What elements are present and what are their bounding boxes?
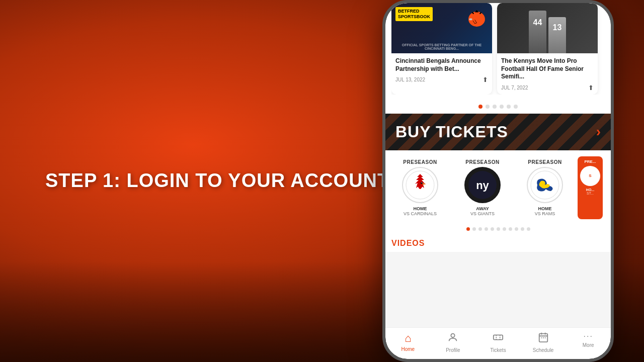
- giants-logo: ny: [467, 170, 498, 200]
- game-4-season: PRE...: [584, 159, 596, 164]
- game-2-opponent: VS GIANTS: [470, 211, 495, 216]
- nav-profile[interactable]: Profile: [431, 332, 476, 353]
- news-card-1[interactable]: BETFREDSPORTSBOOK OFFICIAL SPORTS BETTI: [391, 3, 492, 95]
- gdot-3: [478, 227, 482, 231]
- news-cards-row: BETFREDSPORTSBOOK OFFICIAL SPORTS BETTI: [391, 3, 605, 95]
- giants-logo-circle: ny: [464, 167, 501, 203]
- schedule-icon: [538, 332, 549, 346]
- phone-screen: BETFREDSPORTSBOOK OFFICIAL SPORTS BETTI: [385, 3, 611, 359]
- gdot-7: [503, 227, 506, 231]
- left-panel: STEP 1: LOGIN TO YOUR ACCOUNT: [45, 169, 389, 193]
- gdot-9: [515, 227, 518, 231]
- game-4-opponent: ST...: [587, 192, 594, 195]
- phone-device: BETFREDSPORTSBOOK OFFICIAL SPORTS BETTI: [382, 0, 614, 362]
- svg-point-4: [418, 180, 423, 188]
- gdot-6: [497, 227, 500, 231]
- nav-home[interactable]: ⌂ Home: [385, 332, 431, 353]
- tickets-icon: [493, 332, 504, 346]
- news-card-1-body: Cincinnati Bengals Announce Partnership …: [391, 53, 492, 86]
- nav-home-label: Home: [401, 346, 415, 352]
- dot-3: [493, 105, 497, 109]
- nav-tickets-label: Tickets: [490, 347, 506, 353]
- news-card-2-body: The Kennys Move Into Pro Football Hall O…: [497, 53, 598, 95]
- dot-1: [478, 105, 482, 109]
- betfred-logo: BETFREDSPORTSBOOK: [395, 7, 433, 21]
- buy-tickets-banner[interactable]: BUY TICKETS ›: [385, 114, 611, 150]
- game-4-logo: S: [580, 166, 600, 186]
- player-left: 44: [529, 11, 546, 53]
- news-dots: [385, 100, 611, 114]
- arrow-annotation: [382, 223, 431, 289]
- more-icon: ···: [584, 332, 593, 341]
- game-3-type: HOME: [538, 206, 552, 211]
- bottom-nav: ⌂ Home Profile: [385, 327, 611, 359]
- svg-rect-11: [494, 335, 503, 339]
- news-card-2-date: JUL 7, 2022: [501, 85, 528, 90]
- dot-5: [507, 105, 511, 109]
- svg-text:ny: ny: [476, 179, 489, 192]
- phone-wrapper: BETFREDSPORTSBOOK OFFICIAL SPORTS BETTI: [372, 0, 624, 362]
- dot-6: [514, 105, 518, 109]
- game-3-opponent: VS RAMS: [535, 211, 555, 216]
- gdot-10: [521, 227, 524, 231]
- nav-schedule[interactable]: Schedule: [521, 332, 566, 353]
- dot-2: [486, 105, 490, 109]
- nav-schedule-label: Schedule: [533, 347, 554, 353]
- rams-logo: [530, 170, 560, 200]
- rams-logo-circle: [527, 167, 563, 203]
- player-right: 13: [548, 17, 566, 53]
- game-card-cardinals[interactable]: PRESEASON: [390, 156, 450, 219]
- arrow-svg: [382, 223, 431, 289]
- game-2-type: AWAY: [476, 206, 489, 211]
- game-1-type: HOME: [414, 206, 427, 211]
- game-1-opponent: VS CARDINALS: [404, 211, 437, 216]
- games-section: PRESEASON: [385, 150, 611, 223]
- game-2-season: PRESEASON: [465, 159, 499, 165]
- nav-profile-label: Profile: [446, 347, 460, 353]
- game-3-season: PRESEASON: [528, 159, 561, 165]
- news-card-2-image: 44 13: [497, 3, 598, 53]
- banner-arrow: ›: [596, 124, 601, 140]
- news-card-1-image: BETFREDSPORTSBOOK OFFICIAL SPORTS BETTI: [391, 3, 492, 53]
- game-card-giants[interactable]: PRESEASON ny AWAY VS GIANTS: [453, 156, 512, 219]
- betfred-subtitle: OFFICIAL SPORTS BETTING PARTNER OF THE C…: [395, 43, 488, 50]
- gdot-11: [527, 227, 530, 231]
- profile-icon: [447, 332, 458, 346]
- news-card-1-date: JUL 13, 2022: [395, 77, 425, 82]
- game-card-rams[interactable]: PRESEASON HOME VS RAMS: [515, 156, 575, 219]
- buy-tickets-label: BUY TICKETS: [395, 123, 508, 141]
- share-icon-2[interactable]: ⬆: [588, 84, 594, 92]
- gdot-5: [491, 227, 494, 231]
- game-1-season: PRESEASON: [403, 159, 437, 165]
- gdot-2: [472, 227, 476, 231]
- gdot-8: [509, 227, 512, 231]
- svg-point-10: [451, 334, 455, 337]
- svg-point-6: [422, 182, 423, 183]
- home-icon: ⌂: [405, 332, 411, 345]
- dot-4: [500, 105, 504, 109]
- news-card-2-title: The Kennys Move Into Pro Football Hall O…: [501, 57, 594, 81]
- news-card-1-title: Cincinnati Bengals Announce Partnership …: [395, 57, 488, 73]
- cardinals-logo: [405, 170, 435, 200]
- game-4-type: HO...: [586, 188, 594, 192]
- nav-more[interactable]: ··· More: [566, 332, 611, 353]
- bengals-helmet: [465, 7, 488, 30]
- news-card-2-meta: JUL 7, 2022 ⬆: [501, 84, 594, 92]
- gdot-1: [466, 227, 470, 231]
- gdot-4: [485, 227, 488, 231]
- game-card-partial: PRE... S HO... ST...: [578, 156, 603, 219]
- nav-tickets[interactable]: Tickets: [475, 332, 521, 353]
- news-card-1-meta: JUL 13, 2022 ⬆: [395, 76, 488, 83]
- share-icon-1[interactable]: ⬆: [482, 76, 488, 83]
- players-image: 44 13: [529, 3, 566, 53]
- cardinals-logo-circle: [402, 167, 438, 203]
- nav-more-label: More: [583, 342, 594, 348]
- svg-rect-1: [469, 19, 472, 21]
- news-card-2[interactable]: 44 13 The Kennys Move Into Pro Football …: [497, 3, 598, 95]
- step-title: STEP 1: LOGIN TO YOUR ACCOUNT: [45, 169, 389, 193]
- news-section: BETFREDSPORTSBOOK OFFICIAL SPORTS BETTI: [385, 3, 611, 100]
- games-row: PRESEASON: [390, 156, 606, 219]
